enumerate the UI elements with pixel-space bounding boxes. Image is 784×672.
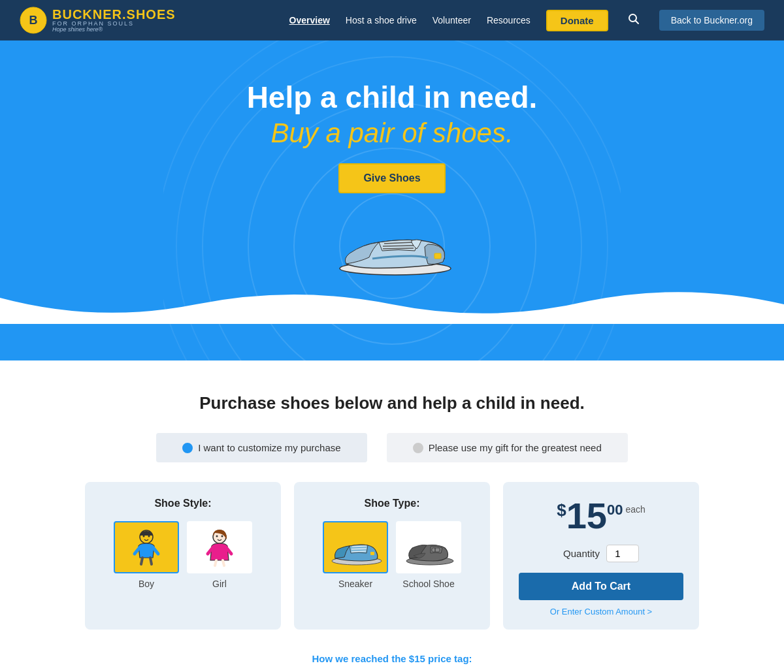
shoe-type-card: Shoe Type: [294,482,490,630]
logo: B BUCKNER.SHOES FOR ORPHAN SOULS Hope sh… [20,7,176,34]
price-dollar-sign: $ [557,500,566,520]
main-section: Purchase shoes below and help a child in… [0,360,784,672]
logo-tagline: Hope shines here® [52,27,176,33]
quantity-input[interactable] [606,545,639,562]
price-main: 15 [566,498,607,534]
shoe-style-title: Shoe Style: [98,498,268,509]
main-nav: Overview Host a shoe drive Volunteer Res… [289,10,764,31]
school-shoe-label: School Shoe [402,579,454,589]
customize-radio-dot [182,443,193,453]
nav-volunteer[interactable]: Volunteer [433,15,471,25]
svg-line-29 [215,560,216,566]
shoe-style-card: Shoe Style: [85,482,281,630]
product-area: Shoe Style: [0,482,784,630]
svg-rect-37 [432,548,440,552]
price-card: $ 15 00 each Quantity Add To Cart Or Ent… [503,482,699,630]
price-display: $ 15 00 each [557,498,645,534]
hero-subtitle: Buy a pair of shoes. [0,118,784,149]
sneaker-type-icon [326,528,385,566]
boy-option[interactable]: Boy [114,521,179,589]
hero-title: Help a child in need. [0,80,784,115]
logo-text: BUCKNER.SHOES FOR ORPHAN SOULS Hope shin… [52,8,176,33]
quantity-row: Quantity [563,545,639,562]
svg-line-12 [383,246,414,246]
price-each: each [625,504,645,515]
boy-label: Boy [139,579,154,589]
search-icon [628,13,640,25]
svg-rect-14 [434,253,441,259]
school-shoe-img-wrap [396,521,461,573]
girl-icon [200,528,239,567]
shoe-style-options: Boy [98,521,268,589]
back-to-buckner-button[interactable]: Back to Buckner.org [659,10,764,31]
svg-line-30 [223,560,224,566]
greatest-need-label: Please use my gift for the greatest need [429,442,602,453]
svg-line-22 [150,558,152,564]
nav-overview[interactable]: Overview [289,15,330,25]
logo-icon: B [20,7,47,34]
svg-text:B: B [29,14,38,27]
girl-img-wrap [187,521,252,573]
logo-brand: BUCKNER.SHOES [52,8,176,21]
shoe-type-title: Shoe Type: [307,498,477,509]
custom-amount-link[interactable]: Or Enter Custom Amount > [550,607,652,616]
svg-point-25 [216,536,218,537]
search-button[interactable] [624,10,644,31]
nav-resources[interactable]: Resources [487,15,531,25]
boy-img-wrap [114,521,179,573]
girl-option[interactable]: Girl [187,521,252,589]
price-info: How we reached the $15 price tag: Your g… [0,653,784,672]
price-cents: 00 [607,502,623,519]
school-shoe-option[interactable]: School Shoe [396,521,461,589]
svg-point-17 [143,536,145,537]
hero-wave [0,272,784,327]
shoe-type-options: Sneaker [307,521,477,589]
sneaker-img-wrap [323,521,388,573]
sneaker-option[interactable]: Sneaker [323,521,388,589]
donate-button[interactable]: Donate [546,10,608,31]
svg-point-26 [221,536,223,537]
svg-point-18 [148,536,150,537]
purchase-options-row: I want to customize my purchase Please u… [0,433,784,462]
section-title: Purchase shoes below and help a child in… [0,393,784,413]
hero-section: Help a child in need. Buy a pair of shoe… [0,40,784,360]
school-shoe-icon [399,528,458,566]
girl-label: Girl [212,579,227,589]
site-header: B BUCKNER.SHOES FOR ORPHAN SOULS Hope sh… [0,0,784,40]
add-to-cart-button[interactable]: Add To Cart [519,573,683,600]
nav-host-shoe-drive[interactable]: Host a shoe drive [346,15,417,25]
sneaker-label: Sneaker [338,579,372,589]
hero-content: Help a child in need. Buy a pair of shoe… [0,80,784,193]
svg-rect-35 [370,552,374,555]
svg-line-13 [383,248,414,249]
price-info-link[interactable]: How we reached the $15 price tag: [312,653,472,664]
customize-label: I want to customize my purchase [198,442,340,453]
give-shoes-button[interactable]: Give Shoes [338,163,445,193]
quantity-label: Quantity [563,548,600,559]
shoe-illustration [327,206,457,278]
customize-option[interactable]: I want to customize my purchase [156,433,367,462]
hero-shoe-image [0,206,784,278]
greatest-need-option[interactable]: Please use my gift for the greatest need [387,433,628,462]
greatest-need-radio-dot [413,443,423,453]
boy-icon [127,528,166,567]
svg-line-21 [141,558,142,564]
svg-line-3 [635,20,638,24]
